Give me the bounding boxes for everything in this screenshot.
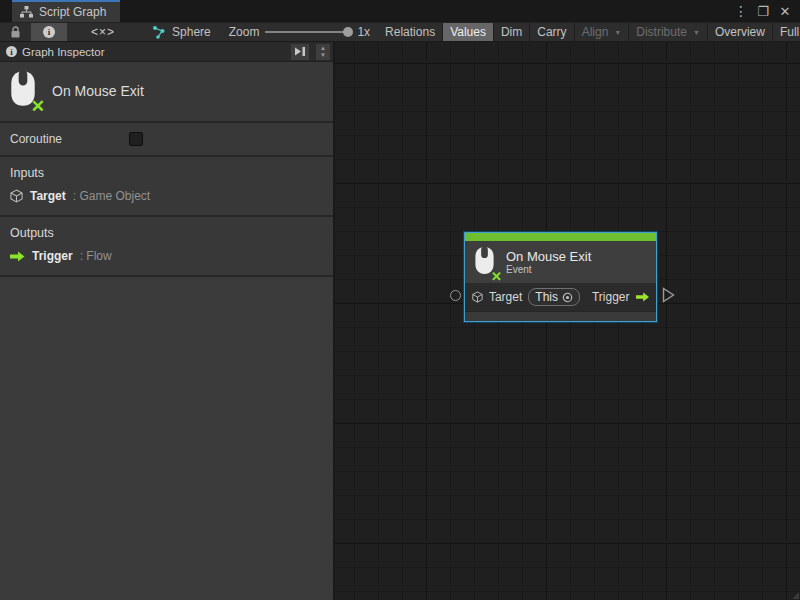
trigger-port-label: Trigger [592, 290, 630, 304]
graph-owner-icon [153, 26, 168, 39]
flow-arrow-icon [636, 291, 649, 303]
this-object-field[interactable]: This [528, 288, 580, 306]
output-type: : Flow [80, 249, 112, 263]
info-icon: i [6, 46, 17, 57]
mouse-event-icon: ✕ [473, 246, 496, 279]
node-footer [465, 311, 656, 321]
input-name: Target [30, 189, 66, 203]
node-subtitle: Event [506, 264, 591, 276]
mouse-event-icon: ✕ [8, 70, 38, 111]
outputs-header: Outputs [0, 217, 333, 247]
graph-canvas[interactable]: ✕ On Mouse Exit Event Target This [335, 42, 800, 600]
graph-inspector-title: Graph Inspector [22, 46, 104, 58]
dock-right-icon [294, 46, 306, 57]
flow-arrow-icon [10, 251, 25, 262]
graph-inspector-header: i Graph Inspector ▲ ▼ [0, 42, 333, 62]
inspector-empty-area [0, 277, 333, 600]
coroutine-section: Coroutine [0, 123, 333, 157]
maximize-icon[interactable]: ❐ [754, 2, 772, 20]
unit-title: On Mouse Exit [52, 83, 144, 99]
node-title: On Mouse Exit [506, 249, 591, 264]
target-port-label: Target [489, 290, 522, 304]
dim-toggle[interactable]: Dim [494, 23, 529, 41]
resize-grip[interactable] [792, 592, 799, 599]
coroutine-label: Coroutine [10, 132, 129, 146]
relations-toggle[interactable]: Relations [378, 23, 442, 41]
coroutine-checkbox[interactable] [129, 132, 143, 146]
graph-hierarchy-icon [20, 6, 33, 18]
tab-script-graph[interactable]: Script Graph [12, 0, 120, 22]
tab-strip: Script Graph ⋮ ❐ ✕ [0, 0, 800, 22]
node-header[interactable]: ✕ On Mouse Exit Event [465, 241, 656, 283]
graph-owner-label: Sphere [172, 25, 211, 39]
on-mouse-exit-node[interactable]: ✕ On Mouse Exit Event Target This [464, 232, 657, 322]
code-icon: <×> [91, 25, 115, 39]
code-view-button[interactable]: <×> [67, 23, 139, 41]
panel-scroll-spinner[interactable]: ▲ ▼ [315, 43, 331, 61]
input-row-target: Target : Game Object [0, 187, 333, 215]
chevron-up-icon: ▲ [320, 45, 326, 51]
node-input-port[interactable] [450, 290, 461, 301]
script-graph-window: Script Graph ⋮ ❐ ✕ i <×> [0, 0, 800, 600]
close-icon[interactable]: ✕ [776, 2, 794, 20]
event-color-bar [465, 233, 656, 241]
exit-x-badge: ✕ [491, 269, 502, 284]
distribute-dropdown[interactable]: Distribute ▼ [629, 23, 707, 41]
game-object-cube-icon [10, 189, 23, 203]
node-port-row: Target This Trigger [465, 283, 656, 311]
values-toggle[interactable]: Values [443, 23, 493, 41]
output-row-trigger: Trigger : Flow [0, 247, 333, 275]
lock-button[interactable] [0, 23, 31, 41]
zoom-slider-handle[interactable] [343, 27, 353, 37]
zoom-slider[interactable] [265, 31, 351, 33]
align-dropdown[interactable]: Align ▼ [575, 23, 629, 41]
zoom-value: 1x [357, 25, 370, 39]
object-picker-icon [562, 292, 573, 303]
chevron-down-icon: ▼ [614, 29, 621, 36]
graph-owner-button[interactable]: Sphere [139, 23, 221, 41]
graph-toolbar: i <×> Sphere Zoom 1x Relations [0, 22, 800, 42]
toolbar-toggle-group: Relations Values Dim Carry Align ▼ Distr… [378, 23, 800, 41]
window-menu-icon[interactable]: ⋮ [732, 2, 750, 20]
chevron-down-icon: ▼ [693, 29, 700, 36]
game-object-cube-icon [472, 290, 483, 304]
graph-inspector-panel: i Graph Inspector ▲ ▼ [0, 42, 335, 600]
dock-panel-button[interactable] [290, 43, 310, 61]
lock-icon [10, 26, 21, 39]
node-output-port[interactable] [662, 287, 675, 303]
inputs-header: Inputs [0, 157, 333, 187]
zoom-label: Zoom [229, 25, 260, 39]
outputs-section: Outputs Trigger : Flow [0, 217, 333, 277]
window-controls: ⋮ ❐ ✕ [732, 0, 800, 22]
tab-label: Script Graph [39, 5, 106, 19]
output-name: Trigger [32, 249, 73, 263]
inputs-section: Inputs Target : Game Object [0, 157, 333, 217]
input-type: : Game Object [73, 189, 150, 203]
carry-toggle[interactable]: Carry [530, 23, 573, 41]
chevron-down-icon: ▼ [320, 52, 326, 58]
unit-title-section: ✕ On Mouse Exit [0, 62, 333, 123]
inspector-toggle-button[interactable]: i [31, 23, 67, 41]
exit-x-badge: ✕ [31, 96, 45, 117]
full-screen-button[interactable]: Full Screen [773, 23, 800, 41]
overview-button[interactable]: Overview [708, 23, 772, 41]
info-icon: i [43, 26, 55, 38]
zoom-control: Zoom 1x [221, 23, 378, 41]
this-value: This [535, 290, 558, 304]
